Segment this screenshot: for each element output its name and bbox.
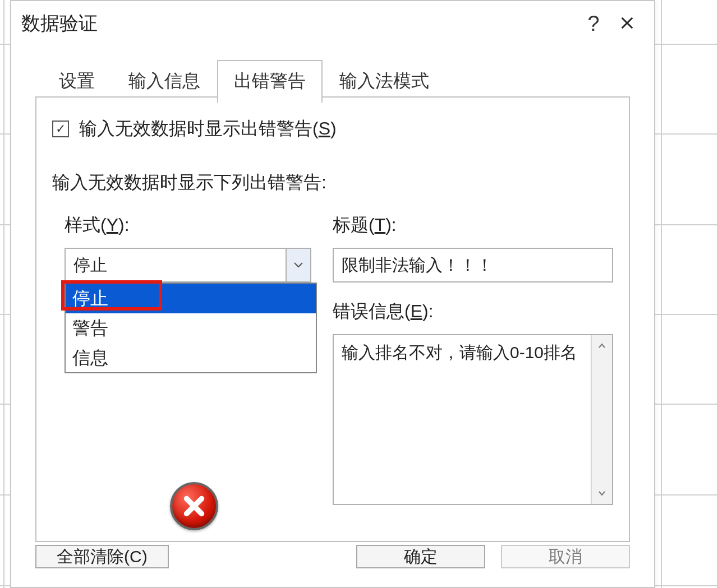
- style-select-value: 停止: [66, 254, 286, 277]
- tab-error-alert[interactable]: 出错警告: [217, 60, 323, 103]
- close-icon: [619, 15, 635, 31]
- style-option-stop[interactable]: 停止: [66, 284, 316, 313]
- style-label: 样式(Y):: [52, 213, 310, 238]
- chevron-down-icon: [293, 262, 303, 268]
- show-error-checkbox-row: ✓ 输入无效数据时显示出错警告(S): [52, 117, 613, 141]
- cancel-button[interactable]: 取消: [501, 545, 630, 568]
- title-label: 标题(T):: [333, 213, 613, 238]
- style-select-button[interactable]: [286, 249, 310, 281]
- tab-panel: ✓ 输入无效数据时显示出错警告(S) 输入无效数据时显示下列出错警告: 样式(Y…: [35, 96, 630, 542]
- style-select[interactable]: 停止: [65, 248, 311, 283]
- dialog-titlebar: 数据验证 ?: [11, 1, 654, 46]
- scroll-down-button[interactable]: [592, 483, 612, 504]
- dialog-title: 数据验证: [21, 11, 577, 36]
- ok-button[interactable]: 确定: [356, 545, 485, 568]
- textarea-scrollbar[interactable]: [591, 335, 612, 504]
- data-validation-dialog: 数据验证 ? 设置 输入信息 出错警告 输入法模式 ✓ 输入无效数据时显示出错警…: [10, 0, 655, 588]
- stop-x-icon: [181, 493, 207, 519]
- show-error-checkbox[interactable]: ✓: [52, 121, 69, 137]
- style-option-warning[interactable]: 警告: [66, 313, 316, 343]
- message-textarea[interactable]: 输入排名不对，请输入0-10排名: [333, 334, 613, 505]
- show-error-checkbox-label: 输入无效数据时显示出错警告(S): [79, 117, 337, 141]
- chevron-up-icon: [598, 343, 606, 349]
- clear-all-button[interactable]: 全部清除(C): [35, 545, 169, 568]
- help-button[interactable]: ?: [577, 12, 610, 36]
- message-textarea-content: 输入排名不对，请输入0-10排名: [334, 335, 591, 504]
- error-style-preview-icon: [170, 482, 218, 530]
- message-label: 错误信息(E):: [333, 299, 613, 324]
- title-input[interactable]: [333, 248, 613, 283]
- section-description: 输入无效数据时显示下列出错警告:: [52, 170, 613, 195]
- style-option-info[interactable]: 信息: [66, 343, 316, 373]
- close-button[interactable]: [610, 12, 644, 36]
- chevron-down-icon: [598, 490, 606, 496]
- scroll-up-button[interactable]: [592, 335, 612, 356]
- style-dropdown: 停止 警告 信息: [65, 283, 317, 373]
- dialog-button-row: 全部清除(C) 确定 取消: [35, 545, 630, 587]
